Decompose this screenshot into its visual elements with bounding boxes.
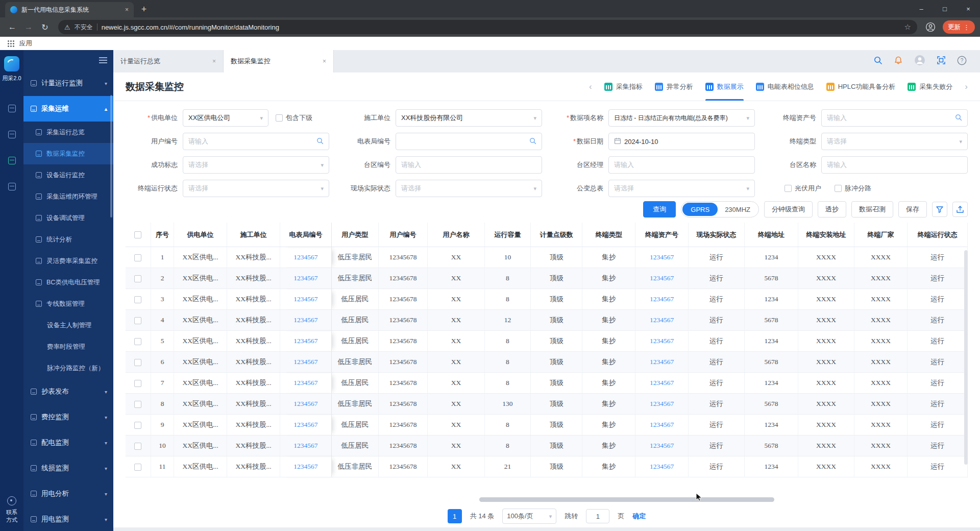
sidebar-item-1-7[interactable]: BC类供电电压管理 bbox=[23, 272, 113, 293]
reload-button[interactable]: ↻ bbox=[38, 20, 52, 34]
construction-unit-select[interactable]: XX科技股份有限公司▾ bbox=[396, 109, 542, 127]
cell-3[interactable]: 1234567 bbox=[280, 456, 331, 477]
terminal-asset-input[interactable]: 请输入 bbox=[821, 109, 968, 127]
cell-3[interactable]: 1234567 bbox=[280, 436, 331, 456]
rail-tools-icon[interactable] bbox=[8, 157, 16, 164]
bell-icon[interactable] bbox=[894, 56, 903, 67]
window-close-button[interactable]: × bbox=[957, 0, 980, 17]
nav-left-chevron-icon[interactable]: ‹ bbox=[589, 82, 592, 92]
cell-3[interactable]: 1234567 bbox=[280, 268, 331, 289]
column-header-15[interactable]: 终端运行状态 bbox=[908, 223, 968, 247]
column-header-10[interactable]: 终端资产号 bbox=[635, 223, 689, 247]
pv-user-checkbox[interactable]: 光伏用户 bbox=[785, 184, 821, 193]
sidebar-section-6[interactable]: 用电分析▾ bbox=[23, 481, 113, 506]
cell-3[interactable]: 1234567 bbox=[280, 415, 331, 436]
module-tab-3[interactable]: 电能表相位信息 bbox=[756, 73, 814, 101]
station-name-input[interactable]: 请输入 bbox=[821, 156, 968, 174]
save-button[interactable]: 保存 bbox=[898, 201, 927, 218]
row-checkbox[interactable] bbox=[134, 317, 141, 324]
cell-3[interactable]: 1234567 bbox=[280, 373, 331, 394]
bookmark-star-icon[interactable]: ☆ bbox=[904, 22, 911, 32]
column-header-2[interactable]: 施工单位 bbox=[227, 223, 280, 247]
sidebar-section-4[interactable]: 配电监测▾ bbox=[23, 430, 113, 455]
window-minimize-button[interactable]: – bbox=[910, 0, 933, 17]
column-header-12[interactable]: 终端地址 bbox=[745, 223, 798, 247]
meter-no-input[interactable] bbox=[396, 133, 542, 150]
horizontal-scrollbar-thumb[interactable] bbox=[479, 497, 774, 502]
cell-10[interactable]: 1234567 bbox=[635, 456, 689, 477]
cell-10[interactable]: 1234567 bbox=[635, 331, 689, 352]
cell-10[interactable]: 1234567 bbox=[635, 289, 689, 310]
cell-10[interactable]: 1234567 bbox=[635, 352, 689, 373]
rail-orders-icon[interactable] bbox=[8, 183, 16, 190]
search-icon[interactable] bbox=[955, 114, 962, 123]
query-button[interactable]: 查询 bbox=[643, 201, 676, 218]
row-checkbox[interactable] bbox=[134, 443, 141, 450]
row-checkbox[interactable] bbox=[134, 401, 141, 408]
row-checkbox[interactable] bbox=[134, 359, 141, 366]
pulse-branch-checkbox[interactable]: 脉冲分路 bbox=[835, 184, 871, 193]
sidebar-subitem-2[interactable]: 脉冲分路监控（新） bbox=[23, 357, 113, 379]
jump-page-input[interactable]: 1 bbox=[586, 509, 609, 523]
cell-3[interactable]: 1234567 bbox=[280, 394, 331, 415]
contact-block[interactable]: 联系方式 bbox=[5, 496, 18, 524]
export-button[interactable] bbox=[952, 202, 968, 217]
module-tab-2[interactable]: 数据展示 bbox=[705, 73, 744, 101]
search-icon[interactable] bbox=[529, 137, 536, 146]
station-no-input[interactable]: 请输入 bbox=[396, 156, 542, 174]
mhz-option[interactable]: 230MHZ bbox=[718, 206, 757, 213]
row-checkbox[interactable] bbox=[134, 380, 141, 387]
data-date-picker[interactable]: 2024-10-10 bbox=[608, 133, 755, 150]
update-button[interactable]: 更新 ⋮ bbox=[943, 20, 975, 34]
column-header-1[interactable]: 供电单位 bbox=[174, 223, 227, 247]
row-checkbox[interactable] bbox=[134, 275, 141, 282]
gprs-option[interactable]: GPRS bbox=[682, 203, 718, 216]
row-checkbox[interactable] bbox=[134, 296, 141, 303]
sidebar-scrollbar-thumb[interactable] bbox=[110, 95, 112, 218]
page-size-select[interactable]: 100条/页▾ bbox=[502, 509, 556, 524]
module-tab-5[interactable]: 采集失败分 bbox=[908, 73, 952, 101]
cell-10[interactable]: 1234567 bbox=[635, 247, 689, 268]
select-all-checkbox[interactable] bbox=[134, 231, 141, 238]
public-transformer-select[interactable]: 请选择▾ bbox=[608, 180, 755, 197]
nav-right-chevron-icon[interactable]: › bbox=[965, 82, 968, 92]
search-icon[interactable] bbox=[316, 137, 324, 146]
sidebar-item-1-1[interactable]: 数据采集监控 bbox=[23, 143, 113, 164]
window-maximize-button[interactable]: □ bbox=[933, 0, 957, 17]
row-checkbox[interactable] bbox=[134, 464, 141, 471]
sidebar-section-3[interactable]: 费控监测▾ bbox=[23, 404, 113, 430]
module-tab-1[interactable]: 异常分析 bbox=[655, 73, 693, 101]
close-icon[interactable]: × bbox=[212, 58, 216, 65]
url-bar[interactable]: ⚠ 不安全 neweic.js.sgcc.com.cn/#/com/runnin… bbox=[58, 20, 917, 34]
success-flag-select[interactable]: 请选择▾ bbox=[183, 156, 329, 174]
filter-funnel-button[interactable] bbox=[932, 202, 947, 217]
column-header-7[interactable]: 运行容量 bbox=[485, 223, 531, 247]
cell-10[interactable]: 1234567 bbox=[635, 394, 689, 415]
sidebar-item-1-2[interactable]: 设备运行监控 bbox=[23, 164, 113, 186]
column-header-11[interactable]: 现场实际状态 bbox=[689, 223, 745, 247]
sidebar-section-2[interactable]: 抄表发布▾ bbox=[23, 379, 113, 404]
content-tab-1[interactable]: 数据采集监控 × bbox=[224, 50, 334, 73]
minute-query-button[interactable]: 分钟级查询 bbox=[764, 201, 813, 218]
cell-3[interactable]: 1234567 bbox=[280, 352, 331, 373]
sidebar-subitem-0[interactable]: 设备主人制管理 bbox=[23, 315, 113, 336]
jump-confirm-button[interactable]: 确定 bbox=[632, 512, 646, 521]
bookmark-apps[interactable]: 应用 bbox=[19, 39, 32, 48]
sidebar-section-5[interactable]: 线损监测▾ bbox=[23, 455, 113, 481]
cell-3[interactable]: 1234567 bbox=[280, 289, 331, 310]
sidebar-section-0[interactable]: 计量运行监测▾ bbox=[23, 70, 113, 96]
apps-grid-icon[interactable] bbox=[7, 40, 14, 47]
sidebar-item-1-4[interactable]: 设备调试管理 bbox=[23, 207, 113, 229]
forward-button[interactable]: → bbox=[21, 20, 36, 34]
sidebar-subitem-1[interactable]: 费率时段管理 bbox=[23, 336, 113, 357]
browser-menu-icon[interactable]: ⋮ bbox=[963, 23, 970, 31]
column-header-5[interactable]: 用户编号 bbox=[379, 223, 428, 247]
data-item-select[interactable]: 日冻结 - 日冻结正向有功电能(总及各费率)▾ bbox=[608, 109, 755, 127]
cell-3[interactable]: 1234567 bbox=[280, 331, 331, 352]
column-header-0[interactable]: 序号 bbox=[151, 223, 175, 247]
rail-modules-icon[interactable] bbox=[8, 131, 16, 138]
cell-10[interactable]: 1234567 bbox=[635, 310, 689, 331]
content-tab-0[interactable]: 计量运行总览 × bbox=[113, 50, 224, 73]
vertical-scrollbar-thumb[interactable] bbox=[964, 250, 968, 465]
column-header-9[interactable]: 终端类型 bbox=[582, 223, 635, 247]
